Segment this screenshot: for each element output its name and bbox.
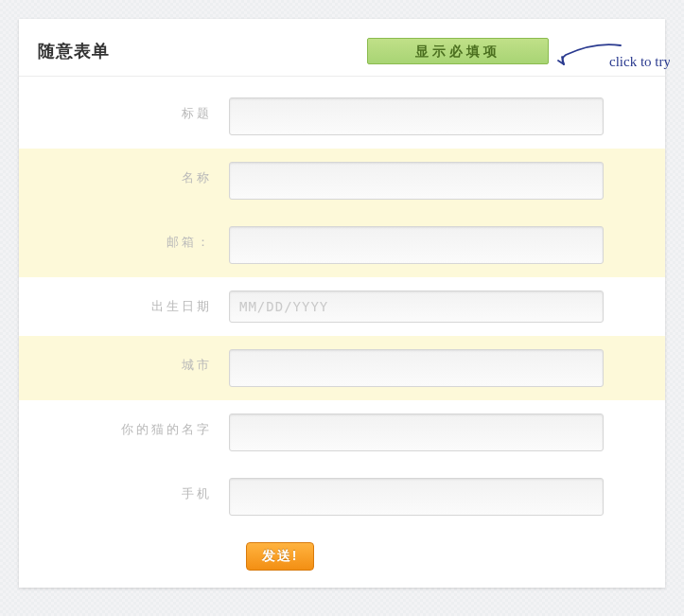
row-mobile: 手机 [19,465,665,529]
label-city: 城市 [19,349,229,374]
label-title: 标题 [19,97,229,122]
label-birth: 出生日期 [19,290,229,315]
input-catname[interactable] [229,414,604,451]
form-title: 随意表单 [38,40,110,62]
form-header: 随意表单 显示必填项 click to try [19,19,665,77]
input-title[interactable] [229,97,604,135]
row-catname: 你的猫的名字 [19,400,665,465]
input-mobile[interactable] [229,478,604,516]
click-to-try-hint: click to try [556,36,670,74]
label-catname: 你的猫的名字 [19,414,229,438]
input-name[interactable] [229,162,604,200]
row-title: 标题 [19,84,665,149]
row-city: 城市 [19,336,665,400]
form-body: 标题 名称 邮箱： 出生日期 城市 你的猫的名字 手机 发送! [19,77,665,588]
label-email: 邮箱： [19,226,229,251]
row-email: 邮箱： [19,213,665,277]
row-name: 名称 [19,149,665,213]
label-mobile: 手机 [19,478,229,502]
row-submit: 发送! [19,529,665,571]
input-city[interactable] [229,349,604,387]
input-email[interactable] [229,226,604,264]
input-birth[interactable] [229,290,604,323]
row-birth: 出生日期 [19,277,665,336]
show-required-button[interactable]: 显示必填项 [367,38,549,64]
click-to-try-text: click to try [609,54,670,69]
submit-button[interactable]: 发送! [246,542,314,571]
form-card: 随意表单 显示必填项 click to try 标题 名称 邮箱： 出生日期 城… [19,19,665,588]
label-name: 名称 [19,162,229,186]
